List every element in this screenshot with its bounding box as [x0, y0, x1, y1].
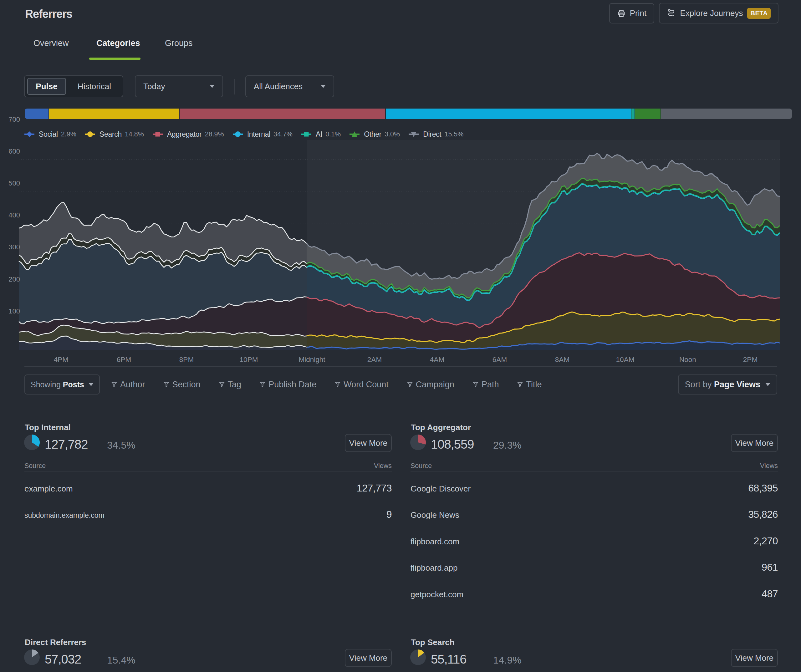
svg-text:4AM: 4AM	[430, 356, 444, 363]
svg-text:700: 700	[8, 116, 20, 123]
svg-text:600: 600	[8, 147, 20, 155]
svg-text:2AM: 2AM	[367, 356, 382, 363]
svg-text:200: 200	[8, 275, 20, 283]
svg-text:8AM: 8AM	[555, 356, 569, 363]
svg-text:300: 300	[8, 243, 20, 251]
svg-text:10PM: 10PM	[240, 356, 258, 363]
svg-text:400: 400	[8, 211, 20, 219]
svg-text:100: 100	[8, 307, 20, 315]
svg-text:Midnight: Midnight	[299, 356, 325, 363]
svg-text:2PM: 2PM	[743, 356, 758, 363]
svg-text:500: 500	[8, 179, 20, 187]
svg-text:10AM: 10AM	[616, 356, 635, 363]
svg-text:6PM: 6PM	[117, 356, 131, 363]
svg-text:8PM: 8PM	[179, 356, 194, 363]
svg-text:6AM: 6AM	[492, 356, 507, 363]
svg-text:4PM: 4PM	[54, 356, 68, 363]
svg-text:Noon: Noon	[679, 356, 696, 363]
